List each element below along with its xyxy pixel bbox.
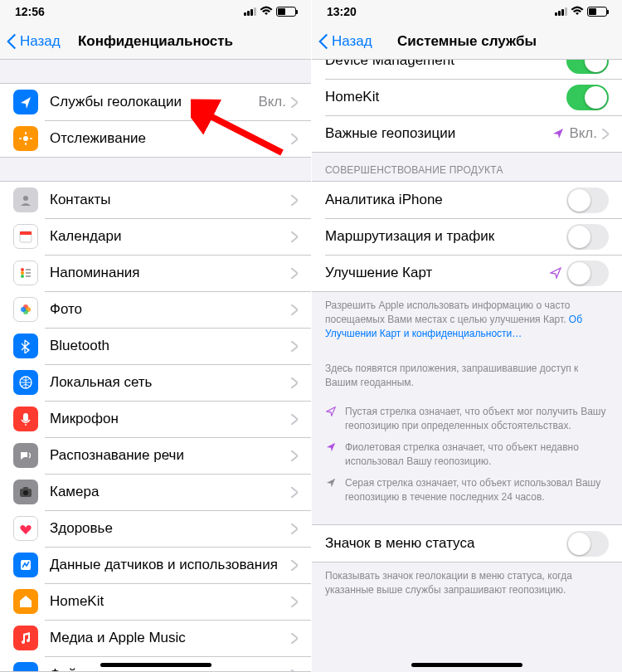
row-label: Календари [50,228,291,245]
settings-row[interactable]: Отслеживание [0,120,311,157]
nav-bar: Назад Системные службы [312,23,622,60]
tracking-icon [13,126,38,151]
settings-row[interactable]: Службы геолокацииВкл. [0,84,311,120]
calendar-icon [13,224,38,249]
cellular-icon [244,7,256,16]
home-indicator [411,663,522,667]
row-label: Напоминания [50,265,291,281]
settings-row[interactable]: Камера [0,474,311,510]
status-bar: 13:20 [312,0,622,23]
back-label: Назад [20,33,61,50]
reminders-icon [13,261,38,285]
row-label: Аналитика iPhone [325,192,566,208]
row-label: Локальная сеть [50,374,291,391]
settings-row[interactable]: Маршрутизация и трафик [312,218,622,255]
group-status-icon: Значок в меню статуса [312,524,622,562]
contacts-icon [13,187,38,212]
location-arrow-icon [550,267,561,279]
chevron-right-icon [291,377,298,388]
svg-point-10 [21,307,26,312]
footer-maps: Разрешить Apple использовать информацию … [312,292,622,352]
settings-row[interactable]: HomeKit [312,79,622,115]
nav-bar: Назад Конфиденциальность [0,23,311,60]
group-privacy-apps: КонтактыКалендариНапоминанияФотоBluetoot… [0,181,311,672]
legend-item: Фиолетовая стрелка означает, что объект … [325,441,609,470]
chevron-left-icon [7,33,17,50]
chevron-right-icon [291,560,298,571]
wifi-icon [260,6,273,18]
settings-row[interactable]: Календари [0,218,311,255]
legend-item: Пустая стрелка означает, что объект мог … [325,405,609,434]
svg-point-1 [23,196,28,201]
row-label: Улучшение Карт [325,265,550,281]
footer-apps: Здесь появятся приложения, запрашивавшие… [312,352,622,402]
row-label: Медиа и Apple Music [50,630,291,646]
legend: Пустая стрелка означает, что объект мог … [312,402,622,516]
chevron-right-icon [291,597,298,607]
legend-item: Серая стрелка означает, что объект испол… [325,476,609,505]
row-value: Вкл. [258,94,286,110]
toggle-switch[interactable] [566,85,609,110]
settings-row[interactable]: Напоминания [0,255,311,291]
settings-row[interactable]: Локальная сеть [0,364,311,401]
legend-text: Фиолетовая стрелка означает, что объект … [345,441,609,470]
footer-status: Показывать значок геолокации в меню стат… [312,562,622,609]
settings-row[interactable]: Аналитика iPhone [312,182,622,218]
toggle-switch[interactable] [566,224,609,250]
svg-rect-3 [20,231,32,235]
row-label: Device Management [325,60,566,69]
row-label: Значок в меню статуса [325,535,566,552]
bluetooth-icon [13,334,38,358]
back-button[interactable]: Назад [0,33,61,50]
battery-icon [587,7,607,17]
settings-row[interactable]: HomeKit [0,583,311,620]
settings-row[interactable]: Микрофон [0,401,311,437]
chevron-right-icon [291,195,298,206]
settings-row[interactable]: Улучшение Карт [312,255,622,291]
svg-rect-15 [23,487,28,489]
toggle-switch[interactable] [566,60,609,74]
toggle-switch[interactable] [566,187,609,213]
row-label: HomeKit [325,89,566,105]
back-button[interactable]: Назад [312,33,372,50]
group-product-improvement: Аналитика iPhoneМаршрутизация и трафикУл… [312,181,622,292]
row-label: Важные геопозиции [325,125,552,142]
settings-row[interactable]: Важные геопозицииВкл. [312,115,622,152]
home-indicator [100,663,211,667]
location-icon [13,90,38,114]
cellular-icon [555,7,567,16]
settings-row[interactable]: Фото [0,291,311,328]
legend-icon [325,476,337,488]
settings-row[interactable]: Контакты [0,182,311,218]
row-label: Микрофон [50,411,291,427]
section-header: СОВЕРШЕНСТВОВАНИЕ ПРОДУКТА [312,153,622,181]
row-label: Контакты [50,192,291,208]
settings-row[interactable]: Распознавание речи [0,437,311,474]
row-label: Службы геолокации [50,94,258,110]
svg-point-5 [21,271,24,275]
settings-row[interactable]: Данные датчиков и использования [0,547,311,583]
chevron-right-icon [291,268,298,279]
photos-icon [13,297,38,322]
settings-row[interactable]: Значок в меню статуса [312,525,622,562]
camera-icon [13,480,38,504]
row-label: Распознавание речи [50,447,291,464]
row-label: Здоровье [50,520,291,537]
chevron-right-icon [291,633,298,644]
toggle-switch[interactable] [566,261,609,286]
content-area: Службы геолокацииВкл.Отслеживание Контак… [0,60,311,672]
status-indicators [244,6,296,18]
settings-row[interactable]: Device Management [312,60,622,79]
settings-row[interactable]: Здоровье [0,510,311,547]
legend-icon [325,405,337,416]
phone-left: 12:56 Назад Конфиденциальность Службы ге… [0,0,311,672]
toggle-switch[interactable] [566,531,609,557]
location-arrow-icon [552,128,564,139]
chevron-right-icon [291,487,298,498]
settings-row[interactable]: Bluetooth [0,328,311,364]
row-label: Фото [50,301,291,318]
svg-point-0 [23,136,28,141]
chevron-right-icon [291,304,298,315]
chevron-right-icon [291,414,298,425]
settings-row[interactable]: Медиа и Apple Music [0,620,311,656]
